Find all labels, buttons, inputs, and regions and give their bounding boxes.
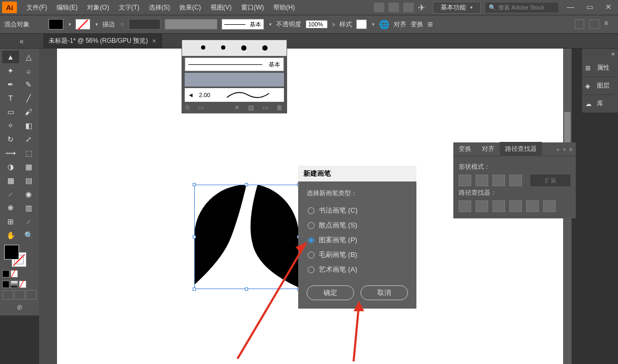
handle-tl[interactable] (193, 183, 196, 186)
menu-object[interactable]: 对象(O) (83, 1, 113, 14)
trim-icon[interactable] (476, 200, 488, 212)
zoom-tool[interactable]: 🔍 (20, 229, 37, 242)
radio-bristle[interactable]: 毛刷画笔 (B) (307, 247, 408, 262)
selected-artwork[interactable] (194, 185, 299, 289)
mesh-tool[interactable]: ▩ (2, 174, 19, 187)
document-tab[interactable]: 未标题-1* @ 56% (RGB/GPU 预览) × (43, 34, 162, 48)
gradient-mode[interactable] (11, 281, 18, 288)
magic-wand-tool[interactable]: ✦ (2, 64, 19, 77)
maximize-button[interactable]: ▭ (582, 3, 597, 12)
mini-fill[interactable] (2, 270, 9, 277)
direct-selection-tool[interactable]: △ (20, 51, 37, 63)
shape-builder-tool[interactable]: ◑ (2, 160, 19, 173)
fill-stroke-swatches[interactable] (2, 245, 37, 268)
exclude-icon[interactable] (509, 175, 522, 186)
paintbrush-tool[interactable]: 🖌 (20, 106, 37, 118)
brush-pattern[interactable] (185, 73, 284, 87)
arrange-icon[interactable] (403, 3, 414, 12)
line-tool[interactable]: ╱ (20, 92, 37, 104)
tab-close-icon[interactable]: × (152, 37, 156, 45)
menu-type[interactable]: 文字(T) (115, 1, 144, 14)
crop-icon[interactable] (509, 200, 522, 212)
rotate-tool[interactable]: ↻ (2, 133, 19, 146)
color-mode[interactable] (2, 281, 9, 288)
graph-tool[interactable]: ▥ (20, 202, 37, 214)
handle-tm[interactable] (245, 183, 248, 186)
brush-lib-icon[interactable]: ⎘ (186, 104, 189, 111)
shaper-tool[interactable]: ✧ (2, 119, 19, 132)
symbol-sprayer-tool[interactable]: ❋ (2, 202, 19, 214)
blend-tool[interactable]: ◉ (20, 188, 37, 200)
minus-front-icon[interactable] (476, 175, 488, 186)
free-transform-tool[interactable]: ⬚ (20, 147, 37, 159)
ok-button[interactable]: 确定 (307, 285, 354, 300)
cancel-button[interactable]: 取消 (360, 285, 408, 300)
workspace-selector[interactable]: 基本功能▾ (433, 2, 481, 14)
close-button[interactable]: ✕ (601, 3, 616, 12)
expand-panels[interactable]: » (582, 49, 618, 59)
stroke-swatch[interactable] (75, 19, 90, 30)
menu-file[interactable]: 文件(F) (22, 1, 51, 14)
panel-collapse-icon[interactable]: « (556, 146, 559, 152)
brush-options-icon[interactable]: ▤ (248, 104, 254, 111)
minimize-button[interactable]: — (563, 3, 578, 12)
brush-calligraphic-row[interactable] (182, 40, 287, 56)
minus-back-icon[interactable] (543, 200, 556, 212)
panel-menu-icon[interactable]: ≡ (604, 20, 614, 29)
align-label[interactable]: 对齐 (394, 20, 406, 29)
panel-menu-icon[interactable]: ≡ (569, 146, 573, 152)
type-tool[interactable]: T (2, 92, 19, 104)
scale-tool[interactable]: ⤢ (20, 133, 37, 146)
screen-mode[interactable]: ⎚ (2, 301, 37, 313)
radio-art[interactable]: 艺术画笔 (A) (307, 262, 408, 277)
edit-icon[interactable] (590, 20, 599, 29)
handle-bl[interactable] (193, 288, 196, 291)
eraser-tool[interactable]: ◧ (20, 119, 37, 132)
radio-scatter[interactable]: 散点画笔 (S) (307, 218, 408, 233)
fill-swatch[interactable] (49, 19, 63, 30)
handle-ml[interactable] (193, 235, 196, 238)
expand-button[interactable]: 扩展 (530, 175, 571, 186)
menu-effect[interactable]: 效果(C) (175, 1, 205, 14)
bridge-icon[interactable] (374, 3, 384, 12)
eyedropper-tool[interactable]: ⟋ (2, 188, 19, 200)
layers-panel-tab[interactable]: ◈图层 (582, 77, 618, 95)
selection-tool[interactable]: ▲ (2, 51, 19, 63)
width-tool[interactable]: ⟿ (2, 147, 19, 159)
mini-none[interactable]: ╱ (11, 270, 18, 277)
none-mode[interactable]: ╱ (19, 281, 26, 288)
radio-pattern[interactable]: 图案画笔 (P) (307, 233, 408, 247)
pen-tool[interactable]: ✒ (2, 78, 19, 91)
brush-definition[interactable]: 基本 (222, 19, 264, 30)
intersect-icon[interactable] (492, 175, 505, 186)
outline-icon[interactable] (526, 200, 539, 212)
menu-select[interactable]: 选择(S) (145, 1, 174, 14)
lasso-tool[interactable]: ⌕ (20, 64, 37, 77)
transform-label[interactable]: 变换 (411, 20, 423, 29)
perspective-tool[interactable]: ▦ (20, 160, 37, 173)
search-stock[interactable]: 🔍搜索 Adobe Stock (485, 2, 559, 13)
tab-pathfinder[interactable]: 路径查找器 (500, 142, 542, 156)
style-swatch[interactable] (356, 20, 367, 29)
merge-icon[interactable] (492, 200, 505, 212)
artboard-tool[interactable]: ⊞ (2, 215, 19, 228)
handle-bm[interactable] (245, 288, 248, 291)
brush-basic[interactable]: 基本 (185, 58, 284, 71)
draw-behind[interactable] (14, 290, 25, 300)
hand-tool[interactable]: ✋ (2, 229, 19, 242)
menu-window[interactable]: 窗口(W) (237, 1, 268, 14)
tab-transform[interactable]: 变换 (453, 142, 477, 156)
properties-panel-tab[interactable]: ⊞属性 (582, 59, 618, 77)
isolate-icon[interactable] (575, 20, 584, 29)
unite-icon[interactable] (459, 175, 471, 186)
brush-art[interactable]: ◄2.00 (185, 88, 284, 102)
tab-collapse[interactable]: « (0, 34, 43, 48)
brush-remove-icon[interactable]: ✕ (234, 104, 240, 111)
brush-new-icon[interactable]: ▭ (262, 104, 268, 111)
panel-close-icon[interactable]: × (563, 146, 566, 152)
stock-icon[interactable] (388, 3, 399, 12)
gradient-tool[interactable]: ▤ (20, 174, 37, 187)
rectangle-tool[interactable]: ▭ (2, 106, 19, 118)
brush-lib2-icon[interactable]: ▭ (198, 104, 204, 111)
menu-help[interactable]: 帮助(H) (269, 1, 299, 14)
